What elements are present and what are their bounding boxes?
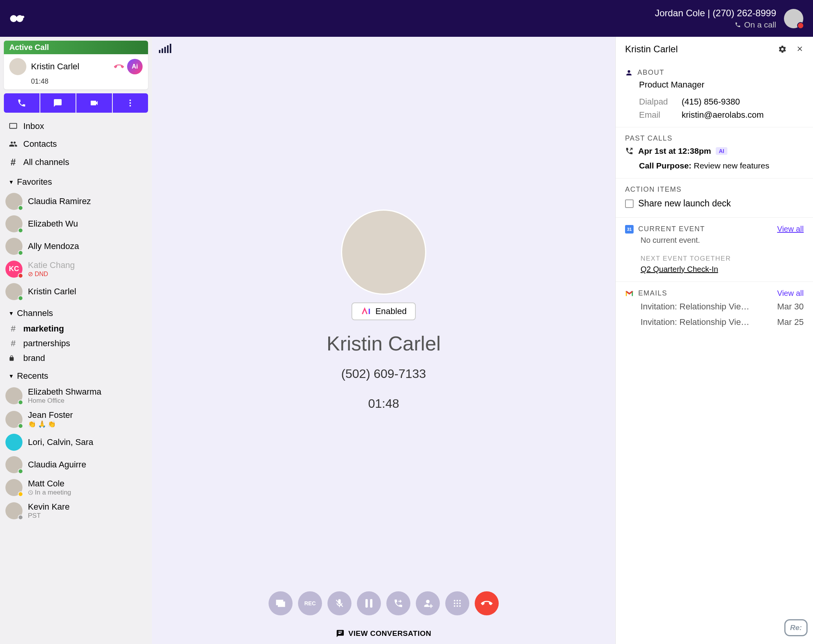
recent-contact[interactable]: Matt Cole In a meeting xyxy=(0,476,152,499)
channel-item[interactable]: brand xyxy=(0,351,152,366)
transfer-button[interactable] xyxy=(386,591,410,615)
signal-strength-icon xyxy=(159,44,171,53)
favorite-contact[interactable]: Claudia Ramirez xyxy=(0,190,152,213)
caret-down-icon: ▼ xyxy=(9,373,14,379)
contact-avatar xyxy=(5,238,22,255)
details-title: Kristin Carlel xyxy=(625,44,678,55)
email-value[interactable]: kristin@aerolabs.com xyxy=(682,110,764,120)
group-avatar xyxy=(5,434,22,451)
contact-avatar xyxy=(5,479,22,496)
svg-point-0 xyxy=(10,15,17,22)
hangup-button[interactable] xyxy=(475,591,499,615)
close-panel-icon[interactable] xyxy=(796,45,804,53)
recent-contact[interactable]: Jean Foster 👏 🙏 👏 xyxy=(0,407,152,431)
hash-icon: # xyxy=(9,338,18,349)
events-section: 31 CURRENT EVENT View all No current eve… xyxy=(616,218,813,282)
add-person-button[interactable] xyxy=(416,591,440,615)
recent-contact[interactable]: Elizabeth Shwarma Home Office xyxy=(0,384,152,407)
hash-icon: # xyxy=(9,324,18,334)
recent-contact[interactable]: Kevin Kare PST xyxy=(0,499,152,522)
next-event-link[interactable]: Q2 Quarterly Check-In xyxy=(625,264,804,280)
view-all-events-link[interactable]: View all xyxy=(777,225,804,234)
top-bar: Jordan Cole | (270) 262-8999 On a call xyxy=(0,0,813,37)
action-items-section: ACTION ITEMS Share new launch deck xyxy=(616,179,813,218)
favorite-contact[interactable]: Ally Mendoza xyxy=(0,235,152,258)
svg-point-16 xyxy=(456,605,458,607)
caret-down-icon: ▼ xyxy=(9,310,14,316)
no-event-text: No current event. xyxy=(625,234,804,249)
nav-inbox[interactable]: Inbox xyxy=(0,117,152,135)
user-avatar[interactable] xyxy=(784,9,803,28)
channel-item[interactable]: # marketing xyxy=(0,321,152,336)
svg-point-17 xyxy=(459,605,461,607)
ai-badge-icon: Ai xyxy=(127,59,143,74)
favorite-contact[interactable]: KC Katie Chang ⊘ DND xyxy=(0,258,152,280)
hash-icon: # xyxy=(9,157,18,168)
dialpad-label: Dialpad xyxy=(639,97,682,107)
recents-header[interactable]: ▼ Recents xyxy=(0,366,152,384)
favorite-contact[interactable]: Elizabeth Wu xyxy=(0,213,152,235)
video-button[interactable] xyxy=(76,93,112,113)
recent-contact[interactable]: Lori, Calvin, Sara xyxy=(0,431,152,453)
contact-avatar xyxy=(5,502,22,519)
contact-avatar xyxy=(5,387,22,404)
re-badge[interactable]: Re: xyxy=(784,619,808,636)
hold-button[interactable] xyxy=(357,591,381,615)
screen-share-button[interactable] xyxy=(269,591,293,615)
chat-icon xyxy=(336,629,344,638)
favorite-contact[interactable]: Kristin Carlel xyxy=(0,280,152,303)
caller-name: Kristin Carlel xyxy=(327,332,441,355)
svg-point-14 xyxy=(459,603,461,604)
caret-down-icon: ▼ xyxy=(9,179,14,185)
call-purpose: Call Purpose: Review new features xyxy=(625,157,804,171)
ai-icon xyxy=(361,307,372,316)
dialpad-number[interactable]: (415) 856-9380 xyxy=(682,97,740,107)
active-call-timer: 01:48 xyxy=(4,77,148,89)
sidebar: Active Call Kristin Carlel Ai 01:48 Inbo… xyxy=(0,37,152,644)
past-call-item[interactable]: Apr 1st at 12:38pm AI xyxy=(625,143,804,157)
svg-point-13 xyxy=(456,603,458,604)
email-item[interactable]: Invitation: Relationship Vie… Mar 25 xyxy=(625,313,804,329)
past-calls-section: PAST CALLS Apr 1st at 12:38pm AI Call Pu… xyxy=(616,127,813,179)
gmail-icon xyxy=(625,290,634,297)
settings-gear-icon[interactable] xyxy=(778,45,787,53)
email-label: Email xyxy=(639,110,682,120)
user-status: On a call xyxy=(655,20,776,29)
checkbox[interactable] xyxy=(625,199,634,208)
recent-contact[interactable]: Claudia Aguirre xyxy=(0,453,152,476)
nav-all-channels[interactable]: # All channels xyxy=(0,153,152,172)
dialpad-button[interactable] xyxy=(445,591,469,615)
active-call-name: Kristin Carlel xyxy=(31,62,79,72)
nav-contacts[interactable]: Contacts xyxy=(0,135,152,153)
message-button[interactable] xyxy=(40,93,76,113)
active-call-card[interactable]: Active Call Kristin Carlel Ai 01:48 xyxy=(4,41,148,89)
ai-pill: AI xyxy=(716,147,727,155)
action-item[interactable]: Share new launch deck xyxy=(625,194,804,210)
mute-button[interactable] xyxy=(327,591,351,615)
email-item[interactable]: Invitation: Relationship Vie… Mar 30 xyxy=(625,298,804,313)
call-button[interactable] xyxy=(4,93,40,113)
favorites-header[interactable]: ▼ Favorites xyxy=(0,172,152,190)
svg-point-3 xyxy=(129,102,131,104)
monitor-icon xyxy=(9,122,18,131)
in-meeting-status: In a meeting xyxy=(28,489,71,496)
about-section: ABOUT Product Manager Dialpad (415) 856-… xyxy=(616,62,813,127)
outgoing-call-icon xyxy=(625,147,634,155)
call-controls: REC xyxy=(152,584,615,623)
more-actions-button[interactable] xyxy=(113,93,148,113)
channel-item[interactable]: # partnerships xyxy=(0,336,152,351)
channels-header[interactable]: ▼ Channels xyxy=(0,303,152,321)
lock-icon xyxy=(9,355,18,361)
view-all-emails-link[interactable]: View all xyxy=(777,289,804,298)
active-call-header: Active Call xyxy=(4,41,148,54)
hangup-small-icon[interactable] xyxy=(114,62,124,72)
app-logo xyxy=(10,14,25,23)
contact-avatar xyxy=(5,283,22,300)
record-button[interactable]: REC xyxy=(298,591,322,615)
view-conversation-button[interactable]: VIEW CONVERSATION xyxy=(152,623,615,644)
job-title: Product Manager xyxy=(625,77,804,94)
svg-rect-8 xyxy=(370,599,372,608)
svg-point-10 xyxy=(456,600,458,601)
clock-icon xyxy=(28,490,33,495)
contact-avatar xyxy=(5,215,22,232)
